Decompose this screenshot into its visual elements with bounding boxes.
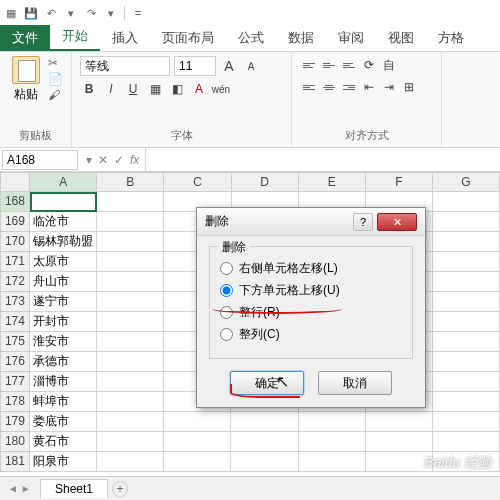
dialog-titlebar[interactable]: 删除 ? ✕ (197, 208, 425, 236)
cell[interactable]: 淮安市 (30, 332, 97, 352)
cancel-button[interactable]: 取消 (318, 371, 392, 395)
cell[interactable]: 遂宁市 (30, 292, 97, 312)
tab-home[interactable]: 开始 (50, 23, 100, 51)
cell[interactable]: 黄石市 (30, 432, 97, 452)
column-header[interactable]: F (366, 172, 433, 192)
cut-icon[interactable]: ✂ (48, 56, 63, 70)
cell[interactable]: 临沧市 (30, 212, 97, 232)
underline-button[interactable]: U (124, 80, 142, 98)
cell[interactable] (433, 432, 500, 452)
align-top-icon[interactable] (300, 56, 318, 74)
cell[interactable] (97, 232, 164, 252)
cell[interactable] (433, 232, 500, 252)
row-header[interactable]: 172 (0, 272, 30, 292)
option-entire-row[interactable]: 整行(R) (220, 304, 402, 321)
align-middle-icon[interactable] (320, 56, 338, 74)
undo-icon[interactable]: ↶ (44, 6, 58, 20)
merge-button[interactable]: ⊞ (400, 78, 418, 96)
cell[interactable] (97, 252, 164, 272)
cell[interactable]: 舟山市 (30, 272, 97, 292)
row-header[interactable]: 178 (0, 392, 30, 412)
tab-pagelayout[interactable]: 页面布局 (150, 25, 226, 51)
cell[interactable] (433, 272, 500, 292)
cell[interactable]: 太原市 (30, 252, 97, 272)
cell[interactable]: 阳泉市 (30, 452, 97, 472)
cell[interactable] (97, 192, 164, 212)
row-header[interactable]: 168 (0, 192, 30, 212)
cell[interactable] (231, 452, 298, 472)
cell[interactable] (97, 272, 164, 292)
fill-color-button[interactable]: ◧ (168, 80, 186, 98)
qat-dropdown2-icon[interactable]: ▾ (104, 6, 118, 20)
option-shift-up[interactable]: 下方单元格上移(U) (220, 282, 402, 299)
cell[interactable] (433, 292, 500, 312)
column-header[interactable]: A (30, 172, 97, 192)
name-box[interactable] (2, 150, 78, 170)
cell[interactable] (164, 452, 231, 472)
align-bottom-icon[interactable] (340, 56, 358, 74)
tab-insert[interactable]: 插入 (100, 25, 150, 51)
column-header[interactable]: D (232, 172, 299, 192)
cell[interactable] (97, 332, 164, 352)
row-header[interactable]: 180 (0, 432, 30, 452)
cell[interactable] (433, 392, 500, 412)
sheet-nav[interactable]: ◄ ► (8, 483, 31, 494)
column-header[interactable]: E (299, 172, 366, 192)
font-color-button[interactable]: A (190, 80, 208, 98)
cell[interactable] (164, 412, 231, 432)
cancel-formula-icon[interactable]: ✕ (98, 153, 108, 167)
add-sheet-button[interactable]: + (112, 481, 128, 497)
tab-file[interactable]: 文件 (0, 25, 50, 51)
row-header[interactable]: 176 (0, 352, 30, 372)
tab-view[interactable]: 视图 (376, 25, 426, 51)
option-shift-left[interactable]: 右侧单元格左移(L) (220, 260, 402, 277)
tab-formulas[interactable]: 公式 (226, 25, 276, 51)
format-painter-icon[interactable]: 🖌 (48, 88, 63, 102)
cell[interactable] (433, 332, 500, 352)
dialog-help-button[interactable]: ? (353, 213, 373, 231)
cell[interactable] (231, 412, 298, 432)
row-header[interactable]: 177 (0, 372, 30, 392)
cell[interactable] (97, 212, 164, 232)
decrease-indent-icon[interactable]: ⇤ (360, 78, 378, 96)
cell[interactable] (30, 192, 97, 212)
column-header[interactable]: B (97, 172, 164, 192)
cell[interactable] (433, 312, 500, 332)
cell[interactable]: 锡林郭勒盟 (30, 232, 97, 252)
decrease-font-icon[interactable]: A (242, 57, 260, 75)
cell[interactable] (97, 292, 164, 312)
row-header[interactable]: 173 (0, 292, 30, 312)
wrap-text-button[interactable]: 自 (380, 56, 398, 74)
enter-formula-icon[interactable]: ✓ (114, 153, 124, 167)
dialog-close-button[interactable]: ✕ (377, 213, 417, 231)
fx-button[interactable]: fx (130, 153, 139, 167)
radio-entire-row[interactable] (220, 306, 233, 319)
row-header[interactable]: 170 (0, 232, 30, 252)
phonetic-button[interactable]: wén (212, 80, 230, 98)
cell[interactable] (433, 372, 500, 392)
increase-font-icon[interactable]: A (220, 57, 238, 75)
cell[interactable]: 承德市 (30, 352, 97, 372)
cell[interactable]: 娄底市 (30, 412, 97, 432)
option-entire-col[interactable]: 整列(C) (220, 326, 402, 343)
radio-entire-col[interactable] (220, 328, 233, 341)
customize-qat-icon[interactable]: = (131, 6, 145, 20)
cell[interactable] (97, 392, 164, 412)
cell[interactable] (97, 352, 164, 372)
row-header[interactable]: 174 (0, 312, 30, 332)
font-name-select[interactable] (80, 56, 170, 76)
cell[interactable] (164, 432, 231, 452)
bold-button[interactable]: B (80, 80, 98, 98)
cell[interactable] (231, 432, 298, 452)
ok-button[interactable]: 确定 (230, 371, 304, 395)
cell[interactable] (366, 432, 433, 452)
cell[interactable] (433, 412, 500, 432)
redo-icon[interactable]: ↷ (84, 6, 98, 20)
border-button[interactable]: ▦ (146, 80, 164, 98)
row-header[interactable]: 169 (0, 212, 30, 232)
align-left-icon[interactable] (300, 78, 318, 96)
cell[interactable] (97, 412, 164, 432)
formula-bar[interactable] (145, 148, 500, 171)
italic-button[interactable]: I (102, 80, 120, 98)
cell[interactable] (299, 452, 366, 472)
